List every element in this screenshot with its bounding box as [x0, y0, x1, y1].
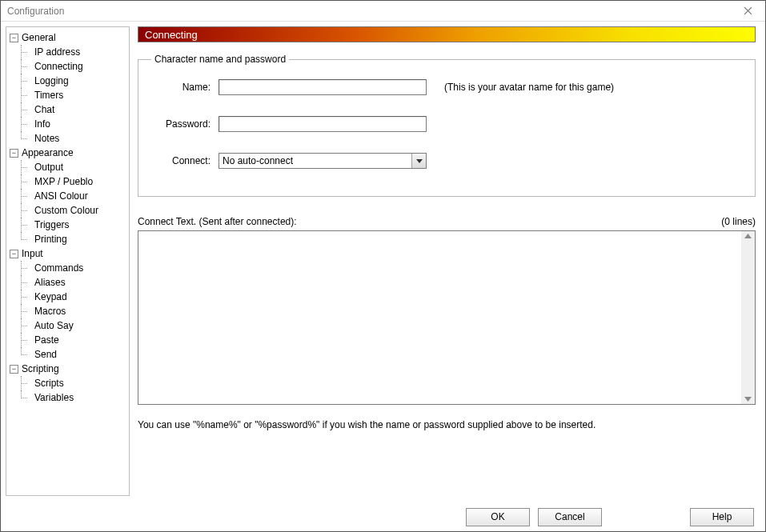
tree-item-connecting[interactable]: Connecting	[19, 59, 127, 74]
connect-select-value: No auto-connect	[219, 155, 411, 166]
cancel-button[interactable]: Cancel	[538, 508, 602, 526]
collapse-icon[interactable]: −	[10, 365, 18, 374]
tree-item-variables[interactable]: Variables	[19, 390, 127, 405]
tree-item-keypad[interactable]: Keypad	[19, 290, 127, 304]
collapse-icon[interactable]: −	[10, 250, 18, 258]
connect-text-label: Connect Text. (Sent after connected):	[138, 216, 297, 227]
name-label: Name:	[151, 82, 219, 93]
tree-item-notes[interactable]: Notes	[19, 131, 127, 146]
tree-item-logging[interactable]: Logging	[19, 74, 127, 88]
groupbox-legend: Character name and password	[151, 54, 289, 65]
window-title: Configuration	[7, 6, 64, 17]
tree-item-timers[interactable]: Timers	[19, 88, 127, 102]
collapse-icon[interactable]: −	[10, 34, 18, 42]
tree-node-input[interactable]: − Input	[8, 246, 127, 261]
nav-tree[interactable]: − General IP address Connecting Logging …	[6, 26, 130, 496]
tree-item-scripts[interactable]: Scripts	[19, 376, 127, 390]
connect-select[interactable]: No auto-connect	[219, 153, 427, 169]
connect-text-lines: (0 lines)	[721, 216, 756, 227]
tree-node-scripting[interactable]: − Scripting	[8, 362, 127, 376]
password-label: Password:	[151, 118, 219, 130]
page-title: Connecting	[145, 29, 198, 41]
tree-item-ansi-colour[interactable]: ANSI Colour	[19, 189, 127, 203]
connect-label: Connect:	[151, 155, 219, 166]
tree-item-chat[interactable]: Chat	[19, 102, 127, 117]
tree-item-ip-address[interactable]: IP address	[19, 45, 127, 59]
close-button[interactable]	[735, 2, 760, 20]
connect-text-area[interactable]	[138, 231, 741, 404]
tree-item-macros[interactable]: Macros	[19, 304, 127, 318]
tree-item-output[interactable]: Output	[19, 160, 127, 174]
scrollbar[interactable]	[741, 231, 755, 404]
tree-node-appearance[interactable]: − Appearance	[8, 146, 127, 160]
tree-item-send[interactable]: Send	[19, 347, 127, 362]
ok-button[interactable]: OK	[466, 508, 530, 526]
page-title-bar: Connecting	[138, 26, 756, 42]
help-button[interactable]: Help	[690, 508, 754, 526]
collapse-icon[interactable]: −	[10, 149, 18, 158]
tree-item-aliases[interactable]: Aliases	[19, 275, 127, 290]
tree-node-general[interactable]: − General	[8, 30, 127, 45]
name-hint: (This is your avatar name for this game)	[444, 82, 614, 93]
close-icon	[744, 6, 752, 15]
chevron-down-icon	[411, 154, 426, 168]
tree-item-mxp-pueblo[interactable]: MXP / Pueblo	[19, 174, 127, 189]
scroll-down-icon	[744, 397, 752, 402]
tree-item-printing[interactable]: Printing	[19, 232, 127, 246]
tree-item-triggers[interactable]: Triggers	[19, 218, 127, 232]
tree-item-commands[interactable]: Commands	[19, 261, 127, 275]
tree-item-custom-colour[interactable]: Custom Colour	[19, 203, 127, 218]
tree-item-paste[interactable]: Paste	[19, 333, 127, 347]
password-input[interactable]	[219, 116, 427, 132]
tree-item-auto-say[interactable]: Auto Say	[19, 318, 127, 333]
tree-item-info[interactable]: Info	[19, 117, 127, 131]
name-input[interactable]	[219, 79, 427, 95]
character-groupbox: Character name and password Name: (This …	[138, 54, 756, 197]
scroll-up-icon	[744, 234, 752, 238]
substitution-hint: You can use "%name%" or "%password%" if …	[138, 419, 756, 430]
